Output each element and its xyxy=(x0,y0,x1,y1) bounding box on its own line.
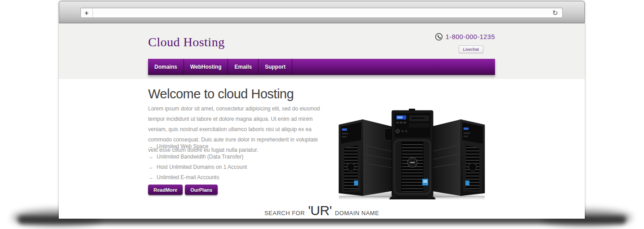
arrow-icon: → xyxy=(148,164,153,170)
nav-item-emails[interactable]: Emails xyxy=(228,59,258,75)
livechat-button[interactable]: Livechat xyxy=(459,45,483,53)
arrow-icon: → xyxy=(148,154,153,160)
arrow-icon: → xyxy=(148,174,153,181)
cta-buttons: ReadMore OurPlans xyxy=(148,185,218,195)
readmore-button[interactable]: ReadMore xyxy=(148,185,183,195)
feature-item: →Unlimited Bandwidth (Data Transfer) xyxy=(148,152,247,162)
page-heading: Welcome to cloud Hosting xyxy=(148,87,294,101)
phone-icon xyxy=(435,33,443,41)
browser-toolbar: + ↻ xyxy=(59,1,585,23)
plus-icon: + xyxy=(85,9,89,17)
domain-search-caption: SEARCH FOR 'UR' DOMAIN NAME xyxy=(59,203,585,218)
feature-label: Unlimited Web Space xyxy=(157,143,208,150)
phone-number: 1-800-000-1235 xyxy=(446,33,495,40)
feature-label: Unlimited Bandwidth (Data Transfer) xyxy=(157,154,243,160)
new-tab-button[interactable]: + xyxy=(81,8,93,18)
arrow-icon: → xyxy=(148,143,153,150)
ourplans-button[interactable]: OurPlans xyxy=(185,185,218,195)
search-suffix: DOMAIN NAME xyxy=(335,210,379,216)
url-input[interactable] xyxy=(93,8,548,18)
feature-item: →Host Unlimited Domains on 1 Account xyxy=(148,162,247,172)
url-bar[interactable]: + ↻ xyxy=(80,8,563,18)
page-content: Cloud Hosting 1-800-000-1235 Livechat Do… xyxy=(59,23,585,219)
features-list: →Unlimited Web Space →Unlimited Bandwidt… xyxy=(148,141,247,183)
feature-label: Unlimited E-mail Accounts xyxy=(157,174,219,181)
search-highlight: 'UR' xyxy=(308,203,332,218)
servers-image xyxy=(334,108,489,200)
site-logo[interactable]: Cloud Hosting xyxy=(148,35,225,49)
nav-item-webhosting[interactable]: WebHosting xyxy=(184,59,228,75)
feature-item: →Unlimited Web Space xyxy=(148,141,247,152)
search-prefix: SEARCH FOR xyxy=(264,210,305,216)
browser-window: + ↻ Cloud Hosting 1-800-000-1235 Livecha… xyxy=(59,1,585,219)
nav-item-domains[interactable]: Domains xyxy=(148,59,184,75)
feature-item: →Unlimited E-mail Accounts xyxy=(148,172,247,183)
refresh-button[interactable]: ↻ xyxy=(548,9,562,17)
phone-contact[interactable]: 1-800-000-1235 xyxy=(435,33,495,41)
feature-label: Host Unlimited Domains on 1 Account xyxy=(157,164,247,170)
nav-item-support[interactable]: Support xyxy=(258,59,292,75)
refresh-icon: ↻ xyxy=(552,9,558,17)
main-nav: Domains WebHosting Emails Support xyxy=(148,59,495,75)
